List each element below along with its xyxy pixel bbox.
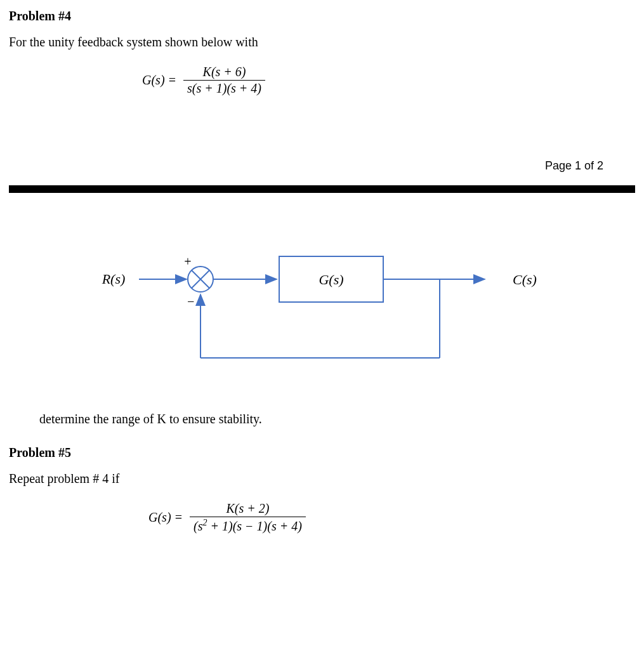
eq4-fraction: K(s + 6) s(s + 1)(s + 4) xyxy=(183,65,265,96)
problem5-title: Problem #5 xyxy=(9,445,635,460)
eq4-numerator: K(s + 6) xyxy=(183,65,265,80)
input-label: R(s) xyxy=(102,271,126,287)
problem4-task: determine the range of K to ensure stabi… xyxy=(9,412,635,426)
problem4-intro: For the unity feedback system shown belo… xyxy=(9,35,635,49)
eq5-denominator: (s2 + 1)(s − 1)(s + 4) xyxy=(190,517,306,534)
problem5-equation: G(s) = K(s + 2) (s2 + 1)(s − 1)(s + 4) xyxy=(9,501,635,534)
block-label: G(s) xyxy=(319,272,343,287)
page-indicator: Page 1 of 2 xyxy=(9,159,603,173)
eq5-fraction: K(s + 2) (s2 + 1)(s − 1)(s + 4) xyxy=(190,501,306,534)
plus-label: + xyxy=(183,254,192,268)
minus-label: − xyxy=(187,294,195,308)
block-diagram: R(s) + − G(s) C(s) xyxy=(9,250,635,386)
page-break-bar xyxy=(9,185,635,193)
problem4-title: Problem #4 xyxy=(9,9,635,23)
eq4-lhs: G(s) = xyxy=(142,73,176,88)
eq5-numerator: K(s + 2) xyxy=(190,501,306,517)
output-label: C(s) xyxy=(513,272,537,287)
eq5-lhs: G(s) = xyxy=(148,510,183,525)
eq4-denominator: s(s + 1)(s + 4) xyxy=(183,80,265,96)
problem5-intro: Repeat problem # 4 if xyxy=(9,471,635,486)
problem4-equation: G(s) = K(s + 6) s(s + 1)(s + 4) xyxy=(9,65,635,96)
